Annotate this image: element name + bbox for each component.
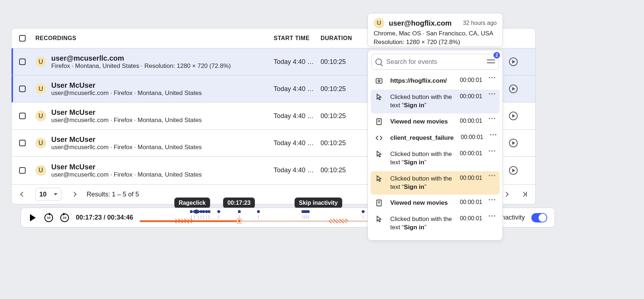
event-menu-button[interactable] xyxy=(485,93,495,95)
results-text: Results: 1 – 5 of 5 xyxy=(87,191,139,198)
eye-icon xyxy=(375,77,383,85)
popover-line-1: Chrome, Mac OS · San Francisco, CA, USA xyxy=(374,30,497,37)
events-search-input[interactable] xyxy=(386,58,483,66)
page-icon xyxy=(375,118,383,126)
event-menu-button[interactable] xyxy=(485,199,495,200)
row-checkbox[interactable] xyxy=(19,167,26,174)
event-time: 00:00:01 xyxy=(456,199,482,205)
prev-page-button[interactable] xyxy=(17,188,29,200)
skip-inactivity-toggle[interactable] xyxy=(531,213,547,222)
event-menu-button[interactable] xyxy=(485,215,495,217)
event-menu-button[interactable] xyxy=(485,175,495,176)
cursor-icon xyxy=(375,150,383,158)
row-duration: 00:10:25 xyxy=(318,166,365,174)
tooltip-skip-inactivity: Skip inactivity xyxy=(295,198,342,208)
row-start-time: Today 4:40 PM xyxy=(271,139,318,147)
event-time: 00:00:01 xyxy=(456,175,482,181)
col-duration: DURATION xyxy=(318,35,365,42)
timeline-rageclick-dot[interactable] xyxy=(194,209,199,214)
row-subtitle: user@mcuserllc.com · Firefox · Montana, … xyxy=(51,171,202,178)
timeline-tick xyxy=(209,215,209,219)
event-row[interactable]: Clicked button with the text “Sign in” 0… xyxy=(371,212,500,235)
col-recordings: RECORDINGS xyxy=(33,35,271,42)
page-size-select[interactable]: 10 xyxy=(35,188,61,201)
row-play-button[interactable] xyxy=(509,112,518,120)
timeline-event-dot[interactable] xyxy=(257,210,260,213)
event-menu-button[interactable] xyxy=(485,150,495,152)
search-icon xyxy=(375,58,382,65)
inactivity-segment xyxy=(329,219,348,223)
row-play-button[interactable] xyxy=(509,57,518,66)
event-time: 00:00:01 xyxy=(456,118,482,124)
event-time: 00:00:01 xyxy=(457,134,483,140)
tooltip-seek-time: 00:17:23 xyxy=(223,198,255,208)
row-avatar: U xyxy=(35,110,46,121)
row-avatar: U xyxy=(35,56,46,67)
row-checkbox[interactable] xyxy=(19,58,26,65)
row-checkbox[interactable] xyxy=(19,113,26,119)
row-title: User McUser xyxy=(51,162,202,171)
event-menu-button[interactable] xyxy=(486,134,496,135)
popover-line-2: Resolution: 1280 × 720 (72.8%) xyxy=(374,39,497,46)
timeline-event-dot[interactable] xyxy=(307,210,310,213)
seek-knob[interactable] xyxy=(237,218,242,224)
filters-icon[interactable] xyxy=(487,58,495,65)
row-play-button[interactable] xyxy=(509,166,518,175)
row-play-button[interactable] xyxy=(509,84,518,93)
timeline-tick xyxy=(308,215,309,219)
timeline-event-dot[interactable] xyxy=(208,210,210,213)
event-time: 00:00:01 xyxy=(456,215,482,222)
event-menu-button[interactable] xyxy=(485,77,495,78)
cursor-icon xyxy=(375,175,383,183)
row-duration: 00:10:25 xyxy=(318,112,365,120)
next-page-button[interactable] xyxy=(68,188,80,200)
timeline-event-dot[interactable] xyxy=(217,210,220,213)
event-row[interactable]: Clicked button with the text “Sign in” 0… xyxy=(371,171,500,195)
caret-down-icon xyxy=(54,193,57,195)
event-text: Clicked button with the text “Sign in” xyxy=(390,215,453,232)
event-row[interactable]: Clicked button with the text “Sign in” 0… xyxy=(371,90,500,113)
popover-avatar: U xyxy=(374,18,384,29)
row-start-time: Today 4:40 PM xyxy=(271,58,318,66)
svg-point-1 xyxy=(378,80,380,82)
filter-count-badge: 2 xyxy=(493,52,500,58)
footer-last-button[interactable] xyxy=(518,188,530,200)
timeline-tick xyxy=(206,215,207,219)
events-search-box[interactable]: 2 xyxy=(371,54,499,70)
timeline-event-dot[interactable] xyxy=(238,210,241,213)
event-row[interactable]: Clicked button with the text “Sign in” 0… xyxy=(371,147,500,170)
forward-10-button[interactable]: 10 xyxy=(60,213,69,222)
rewind-10-button[interactable]: 10 xyxy=(44,213,53,222)
event-menu-button[interactable] xyxy=(485,118,495,119)
cursor-icon xyxy=(375,215,383,223)
row-subtitle: user@mcuserllc.com · Firefox · Montana, … xyxy=(51,144,202,151)
timeline-tick xyxy=(191,215,192,219)
event-row[interactable]: client_request_failure 00:00:01 xyxy=(371,130,500,146)
page-icon xyxy=(375,199,383,207)
row-play-button[interactable] xyxy=(509,139,518,147)
cursor-icon xyxy=(375,93,383,101)
timeline-tick xyxy=(203,215,204,219)
timeline-event-dot[interactable] xyxy=(362,210,365,213)
svg-rect-0 xyxy=(376,79,382,83)
event-time: 00:00:01 xyxy=(456,150,482,157)
row-title: User McUser xyxy=(51,81,202,90)
timeline-tick xyxy=(218,215,219,219)
event-row[interactable]: Viewed new movies 00:00:01 xyxy=(371,195,500,211)
row-subtitle: user@mcuserllc.com · Firefox · Montana, … xyxy=(51,90,202,97)
event-row[interactable]: https://hogflix.com/ 00:00:01 xyxy=(371,73,500,89)
timeline-tick xyxy=(304,215,305,219)
event-text: Clicked button with the text “Sign in” xyxy=(390,93,453,110)
popover-time: 32 hours ago xyxy=(463,20,497,26)
row-checkbox[interactable] xyxy=(19,86,26,92)
row-start-time: Today 4:40 PM xyxy=(271,166,318,174)
page-size-value: 10 xyxy=(39,191,47,198)
select-all-checkbox[interactable] xyxy=(19,35,26,42)
row-checkbox[interactable] xyxy=(19,140,26,146)
event-row[interactable]: Viewed new movies 00:00:01 xyxy=(371,114,500,130)
row-duration: 00:10:25 xyxy=(318,85,365,93)
timeline-event-dot[interactable] xyxy=(190,210,193,213)
timeline-tick xyxy=(194,215,195,219)
play-button[interactable] xyxy=(28,213,38,222)
timeline-event-dot[interactable] xyxy=(202,210,205,213)
